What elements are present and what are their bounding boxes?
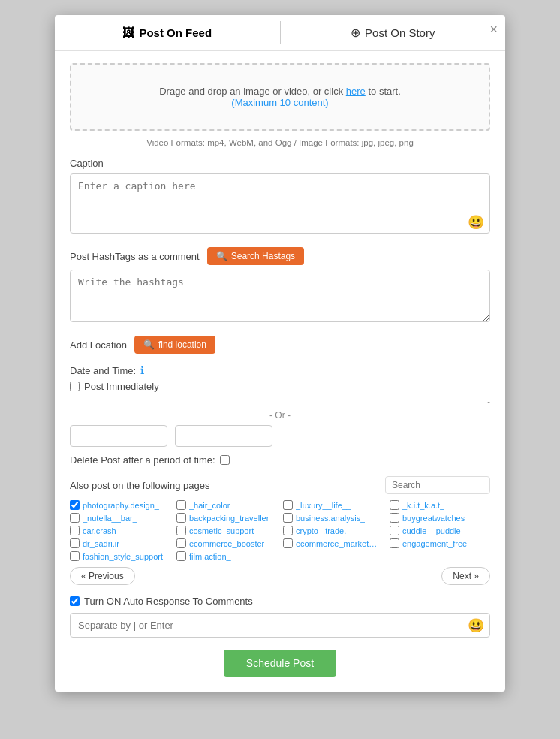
post-immediately-checkbox[interactable]	[70, 382, 80, 391]
datetime-inputs: 05/15/2019 5:15 PM	[70, 425, 490, 447]
delete-post-checkbox[interactable]	[220, 455, 230, 465]
pagination-row: « Previous Next »	[70, 567, 490, 585]
hashtags-input[interactable]	[70, 270, 490, 322]
page-name: _k.i.t_k.a.t_	[402, 501, 444, 510]
location-row: Add Location 🔍 find location	[70, 336, 490, 354]
caption-input[interactable]	[70, 173, 490, 234]
page-item: engagement_free	[390, 538, 490, 548]
page-item: dr_sadri.ir	[70, 538, 170, 548]
page-name: photography.design_	[83, 501, 159, 510]
page-name: car.crash__	[83, 526, 125, 535]
next-button[interactable]: Next »	[441, 567, 490, 585]
search-hashtags-icon: 🔍	[216, 251, 227, 261]
datetime-section: Date and Time: ℹ Post Immediately - - Or…	[70, 364, 490, 466]
page-checkbox[interactable]	[283, 538, 293, 548]
page-item: _nutella__bar_	[70, 513, 170, 523]
page-name: backpacking_traveller	[189, 514, 269, 523]
page-checkbox[interactable]	[390, 500, 399, 510]
pages-grid: photography.design__hair_color_luxury__l…	[70, 500, 490, 561]
page-name: ecommerce_marketing_	[296, 539, 378, 548]
auto-response-input[interactable]	[70, 613, 490, 638]
page-item: ecommerce_marketing_	[283, 538, 384, 548]
page-checkbox[interactable]	[70, 500, 80, 510]
page-name: cosmetic_support	[189, 526, 254, 535]
caption-wrapper: 😃	[70, 173, 490, 237]
tab-post-story[interactable]: ⊕ Post On Story	[281, 15, 506, 50]
pages-search-input[interactable]	[385, 476, 490, 494]
page-item: car.crash__	[70, 526, 170, 535]
page-name: business.analysis_	[296, 514, 365, 523]
page-name: film.action_	[189, 552, 231, 561]
page-item: buygreatwatches	[390, 513, 490, 523]
location-icon: 🔍	[143, 339, 155, 350]
page-item: fashion_style_support	[70, 551, 170, 561]
format-note: Video Formats: mp4, WebM, and Ogg / Imag…	[70, 138, 490, 147]
page-checkbox[interactable]	[176, 513, 186, 523]
datetime-info-icon: ℹ	[140, 364, 144, 376]
post-immediately-row: Post Immediately	[70, 381, 490, 392]
auto-response-checkbox[interactable]	[70, 596, 80, 606]
hashtag-label: Post HashTags as a comment	[70, 251, 200, 262]
page-checkbox[interactable]	[390, 513, 399, 523]
drop-zone-link[interactable]: here	[346, 86, 366, 97]
auto-response-input-wrapper: 😃	[70, 613, 490, 638]
page-item: _luxury__life__	[283, 500, 384, 510]
page-item: cuddle__puddle__	[390, 526, 490, 535]
page-checkbox[interactable]	[176, 538, 186, 548]
find-location-button[interactable]: 🔍 find location	[134, 336, 215, 354]
or-divider: - Or -	[70, 410, 490, 421]
page-checkbox[interactable]	[176, 500, 186, 510]
caption-emoji-icon[interactable]: 😃	[468, 214, 484, 231]
caption-label: Caption	[70, 158, 490, 169]
previous-button[interactable]: « Previous	[70, 567, 135, 585]
page-checkbox[interactable]	[70, 513, 80, 523]
page-name: dr_sadri.ir	[83, 539, 119, 548]
datetime-title: Date and Time: ℹ	[70, 364, 490, 376]
page-item: backpacking_traveller	[176, 513, 277, 523]
page-item: film.action_	[176, 551, 277, 561]
page-item: _hair_color	[176, 500, 277, 510]
page-item: ecommerce_booster	[176, 538, 277, 548]
page-name: fashion_style_support	[83, 552, 163, 561]
search-hashtags-button[interactable]: 🔍 Search Hastags	[207, 247, 304, 265]
auto-response-emoji-icon[interactable]: 😃	[468, 617, 484, 634]
page-item: business.analysis_	[283, 513, 384, 523]
date-input[interactable]: 05/15/2019	[70, 425, 167, 447]
modal: 🖼 Post On Feed ⊕ Post On Story × Drage a…	[55, 15, 505, 692]
page-checkbox[interactable]	[283, 526, 293, 535]
schedule-post-button[interactable]: Schedule Post	[224, 650, 336, 677]
drop-zone-text: Drage and drop an image or video, or cli…	[86, 86, 474, 97]
delete-post-row: Delete Post after a period of time:	[70, 454, 490, 466]
auto-response-label: Turn ON Auto Response To Comments	[84, 596, 253, 607]
page-checkbox[interactable]	[390, 526, 399, 535]
time-input[interactable]: 5:15 PM	[175, 425, 272, 447]
page-checkbox[interactable]	[176, 551, 186, 561]
page-name: ecommerce_booster	[189, 539, 264, 548]
close-button[interactable]: ×	[489, 23, 498, 36]
page-item: _k.i.t_k.a.t_	[390, 500, 490, 510]
page-checkbox[interactable]	[390, 538, 399, 548]
post-immediately-label: Post Immediately	[84, 381, 159, 392]
page-name: buygreatwatches	[402, 514, 465, 523]
also-post-label: Also post on the following pages	[70, 480, 209, 491]
page-checkbox[interactable]	[283, 513, 293, 523]
page-name: crypto_.trade.__	[296, 526, 356, 535]
page-checkbox[interactable]	[70, 526, 80, 535]
page-item: photography.design_	[70, 500, 170, 510]
page-checkbox[interactable]	[70, 538, 80, 548]
page-name: _luxury__life__	[296, 501, 351, 510]
feed-icon: 🖼	[122, 26, 134, 40]
auto-response-row: Turn ON Auto Response To Comments	[70, 596, 490, 607]
drop-zone[interactable]: Drage and drop an image or video, or cli…	[70, 63, 490, 131]
modal-header: 🖼 Post On Feed ⊕ Post On Story ×	[55, 15, 505, 51]
page-name: _hair_color	[189, 501, 230, 510]
page-checkbox[interactable]	[70, 551, 80, 561]
story-icon: ⊕	[351, 26, 360, 40]
page-name: _nutella__bar_	[83, 514, 137, 523]
dash-line: -	[70, 397, 490, 406]
also-post-header: Also post on the following pages	[70, 476, 490, 494]
tab-post-feed[interactable]: 🖼 Post On Feed	[55, 15, 280, 50]
page-checkbox[interactable]	[176, 526, 186, 535]
page-checkbox[interactable]	[283, 500, 293, 510]
page-item: crypto_.trade.__	[283, 526, 384, 535]
